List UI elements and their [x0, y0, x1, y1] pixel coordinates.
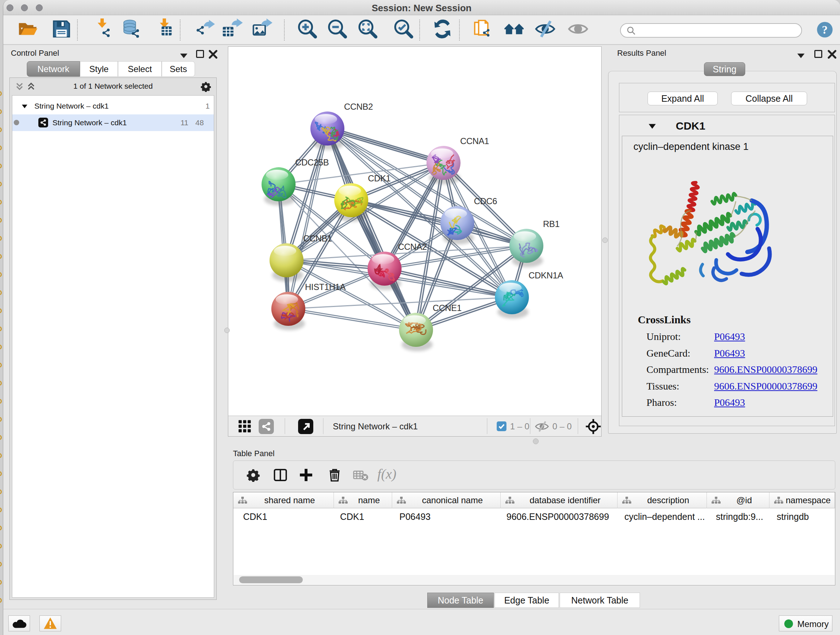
svg-text:CDC6: CDC6	[474, 196, 497, 206]
svg-text:CCNA2: CCNA2	[398, 242, 427, 252]
svg-text:CDC25B: CDC25B	[295, 157, 329, 167]
svg-text:CDK1: CDK1	[368, 173, 391, 183]
svg-text:HIST1H1A: HIST1H1A	[305, 282, 346, 292]
svg-text:RB1: RB1	[543, 219, 560, 229]
svg-text:CCNB2: CCNB2	[344, 102, 373, 111]
svg-text:CCNE1: CCNE1	[433, 303, 462, 313]
svg-text:CCNA1: CCNA1	[460, 136, 489, 146]
svg-text:?: ?	[822, 24, 828, 36]
svg-text:CDKN1A: CDKN1A	[529, 271, 563, 280]
svg-text:CCNB1: CCNB1	[303, 233, 332, 243]
